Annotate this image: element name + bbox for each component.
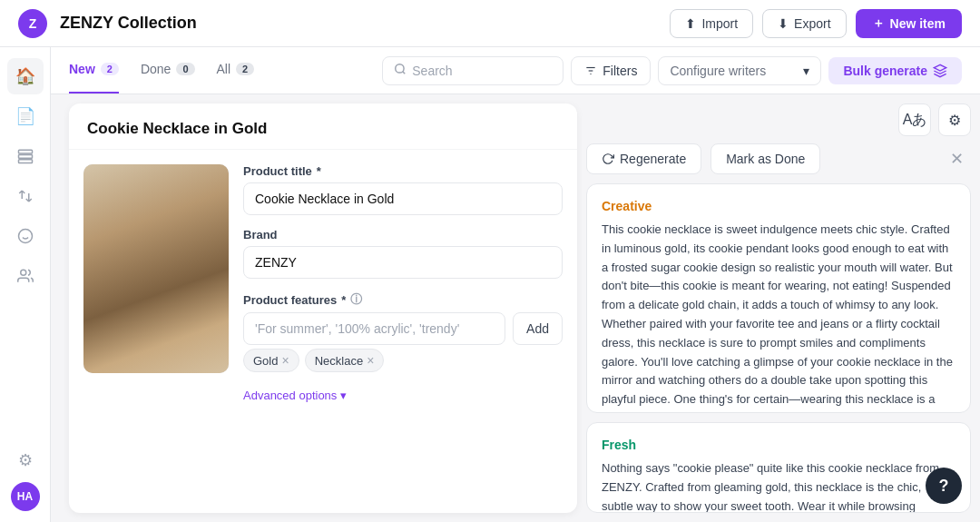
- svg-point-6: [20, 270, 25, 275]
- avatar[interactable]: HA: [11, 482, 40, 511]
- search-icon: [394, 63, 407, 79]
- writers-select-label: Configure writers: [670, 64, 796, 78]
- app-logo: Z: [18, 9, 47, 38]
- sidebar-item-arrows[interactable]: [7, 178, 44, 214]
- settings-tool[interactable]: ⚙: [938, 103, 971, 136]
- sidebar-item-users[interactable]: [7, 258, 44, 294]
- tab-done[interactable]: Done 0: [141, 47, 195, 94]
- main-layout: 🏠 📄 ⚙ HA New 2 Done 0: [0, 47, 980, 522]
- svg-point-3: [18, 230, 32, 243]
- chevron-down-icon: ▾: [340, 389, 347, 402]
- result-type-fresh: Fresh: [602, 438, 956, 452]
- result-card-creative-body: Creative This cookie necklace is sweet i…: [587, 184, 970, 413]
- results-panel: Aあ ⚙ Regenerate Mark as Done ✕: [586, 103, 971, 513]
- item-editor: Cookie Necklace in Gold Product title *: [69, 103, 577, 513]
- tabsbar-right: Filters Configure writers ▾ Bulk generat…: [382, 56, 962, 85]
- export-icon: ⬇: [778, 16, 789, 31]
- tab-done-badge: 0: [176, 63, 194, 75]
- brand-field: Brand: [243, 228, 563, 279]
- tabsbar: New 2 Done 0 All 2 Fil: [51, 47, 980, 94]
- writers-select[interactable]: Configure writers ▾: [658, 56, 821, 85]
- advanced-options-toggle[interactable]: Advanced options ▾: [243, 385, 563, 402]
- remove-gold-tag[interactable]: ×: [281, 353, 289, 368]
- product-features-label: Product features * ⓘ: [243, 291, 563, 308]
- tab-new[interactable]: New 2: [69, 47, 119, 94]
- product-features-input[interactable]: [243, 312, 505, 345]
- result-type-creative: Creative: [602, 199, 956, 213]
- main-content: New 2 Done 0 All 2 Fil: [51, 47, 980, 522]
- svg-rect-2: [18, 160, 32, 163]
- sidebar-bottom: ⚙ HA: [7, 442, 44, 511]
- item-editor-body: Product title * Brand Product features: [69, 150, 577, 513]
- filter-button[interactable]: Filters: [571, 56, 651, 85]
- svg-rect-0: [18, 150, 32, 153]
- search-input[interactable]: [412, 64, 552, 78]
- remove-necklace-tag[interactable]: ×: [367, 353, 374, 368]
- result-cards: Creative This cookie necklace is sweet i…: [586, 183, 971, 513]
- sidebar: 🏠 📄 ⚙ HA: [0, 47, 51, 522]
- sidebar-item-layers[interactable]: [7, 138, 44, 174]
- app-title: ZENZY Collection: [60, 14, 670, 33]
- tag-necklace: Necklace ×: [305, 349, 385, 372]
- item-fields: Product title * Brand Product features: [243, 150, 577, 513]
- product-title-input[interactable]: [243, 182, 563, 215]
- results-actions: Regenerate Mark as Done ✕: [586, 143, 971, 183]
- result-text-fresh: Nothing says "cookie please" quite like …: [602, 459, 956, 513]
- product-features-field: Product features * ⓘ Add Gold: [243, 291, 563, 372]
- new-item-button[interactable]: ＋ New item: [856, 9, 962, 38]
- tag-gold: Gold ×: [243, 349, 299, 372]
- help-button[interactable]: ?: [926, 468, 962, 504]
- close-button[interactable]: ✕: [942, 144, 971, 173]
- sidebar-item-docs[interactable]: 📄: [7, 98, 44, 134]
- add-feature-button[interactable]: Add: [513, 312, 563, 345]
- item-image: [83, 164, 229, 373]
- result-card-creative: Creative This cookie necklace is sweet i…: [586, 183, 971, 413]
- regenerate-button[interactable]: Regenerate: [586, 143, 701, 174]
- help-icon: ⓘ: [350, 291, 362, 308]
- brand-label: Brand: [243, 228, 563, 241]
- product-title-field: Product title *: [243, 164, 563, 215]
- result-card-fresh: Fresh Nothing says "cookie please" quite…: [586, 422, 971, 513]
- plus-icon: ＋: [872, 15, 885, 32]
- topbar: Z ZENZY Collection ⬆ Import ⬇ Export ＋ N…: [0, 0, 980, 47]
- result-text-creative: This cookie necklace is sweet indulgence…: [602, 221, 956, 413]
- brand-input[interactable]: [243, 246, 563, 279]
- tab-new-badge: 2: [101, 63, 119, 75]
- product-title-label: Product title *: [243, 164, 563, 178]
- item-image-placeholder: [83, 164, 229, 373]
- translate-tool[interactable]: Aあ: [898, 103, 931, 136]
- chevron-down-icon: ▾: [803, 64, 809, 78]
- content-area: Cookie Necklace in Gold Product title *: [51, 94, 980, 522]
- topbar-actions: ⬆ Import ⬇ Export ＋ New item: [670, 9, 962, 38]
- tab-all-badge: 2: [236, 63, 254, 75]
- sidebar-item-emoji[interactable]: [7, 218, 44, 254]
- import-button[interactable]: ⬆ Import: [670, 9, 753, 38]
- mark-done-button[interactable]: Mark as Done: [710, 143, 820, 174]
- import-icon: ⬆: [685, 16, 696, 31]
- tab-all[interactable]: All 2: [217, 47, 255, 94]
- svg-point-7: [396, 64, 404, 72]
- search-box[interactable]: [382, 56, 564, 85]
- product-features-input-row: Add: [243, 312, 563, 345]
- export-button[interactable]: ⬇ Export: [762, 9, 846, 38]
- item-title: Cookie Necklace in Gold: [69, 103, 577, 150]
- sidebar-item-home[interactable]: 🏠: [7, 58, 44, 94]
- sidebar-item-settings[interactable]: ⚙: [7, 442, 44, 478]
- bulk-generate-button[interactable]: Bulk generate: [828, 57, 962, 84]
- result-card-fresh-body: Fresh Nothing says "cookie please" quite…: [587, 423, 970, 513]
- feature-tags: Gold × Necklace ×: [243, 349, 563, 372]
- svg-rect-1: [18, 155, 32, 159]
